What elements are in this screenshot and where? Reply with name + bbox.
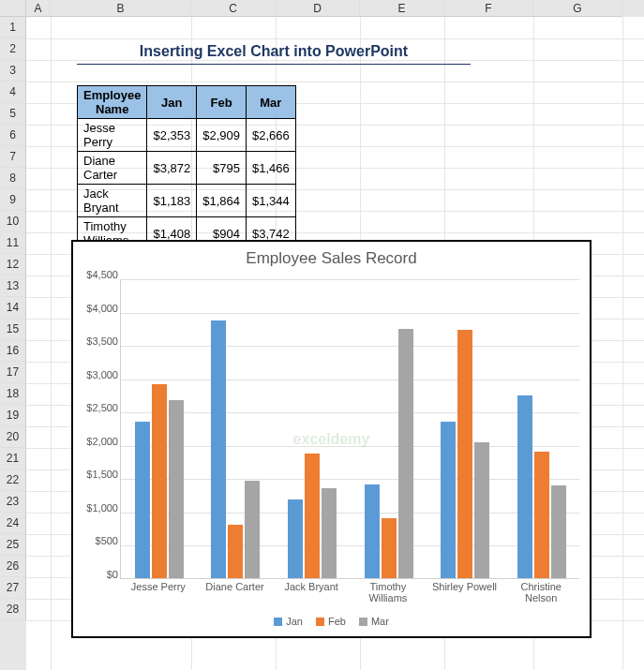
bar-jan[interactable] xyxy=(135,422,150,578)
chart-title: Employee Sales Record xyxy=(73,249,590,268)
row-header-27[interactable]: 27 xyxy=(0,577,26,599)
row-header-19[interactable]: 19 xyxy=(0,405,26,426)
y-tick-label: $4,500 xyxy=(79,269,118,280)
cell-jan[interactable]: $3,872 xyxy=(147,152,197,185)
bar-feb[interactable] xyxy=(534,452,549,578)
legend-item-mar[interactable]: Mar xyxy=(359,616,389,627)
row-header-1[interactable]: 1 xyxy=(0,17,26,38)
bar-jan[interactable] xyxy=(288,499,303,578)
row-header-26[interactable]: 26 xyxy=(0,556,26,577)
col-header-G[interactable]: G xyxy=(533,0,622,17)
bar-mar[interactable] xyxy=(398,329,413,578)
bar-feb[interactable] xyxy=(305,454,320,578)
title-underline xyxy=(77,64,471,65)
bar-mar[interactable] xyxy=(322,488,337,578)
grid-body[interactable]: Inserting Excel Chart into PowerPoint Em… xyxy=(26,17,644,670)
row-header-21[interactable]: 21 xyxy=(0,448,26,469)
col-header-E[interactable]: E xyxy=(360,0,444,17)
row-header-3[interactable]: 3 xyxy=(0,60,26,82)
cell-feb[interactable]: $2,909 xyxy=(197,119,247,152)
table-row[interactable]: Jesse Perry$2,353$2,909$2,666 xyxy=(78,119,296,152)
bar-jan[interactable] xyxy=(517,395,532,578)
y-tick-label: $1,500 xyxy=(79,469,118,480)
cell-jan[interactable]: $1,183 xyxy=(147,185,197,217)
row-header-8[interactable]: 8 xyxy=(0,168,26,189)
row-header-12[interactable]: 12 xyxy=(0,254,26,275)
cell-feb[interactable]: $1,864 xyxy=(197,185,247,217)
row-header-7[interactable]: 7 xyxy=(0,146,26,168)
table-row[interactable]: Diane Carter$3,872$795$1,466 xyxy=(78,152,296,185)
cell-name[interactable]: Diane Carter xyxy=(78,152,147,185)
spreadsheet: 1234567891011121314151617181920212223242… xyxy=(0,0,644,670)
legend-swatch xyxy=(274,618,282,626)
cell-name[interactable]: Jack Bryant xyxy=(78,185,147,217)
th-feb[interactable]: Feb xyxy=(197,86,247,119)
y-tick-label: $0 xyxy=(79,569,118,580)
row-header-13[interactable]: 13 xyxy=(0,275,26,297)
row-header-2[interactable]: 2 xyxy=(0,38,26,60)
select-all-corner[interactable] xyxy=(0,0,26,17)
bar-group xyxy=(427,330,504,578)
chart[interactable]: Employee Sales Record $0$500$1,000$1,500… xyxy=(71,240,592,638)
y-tick-label: $3,500 xyxy=(79,335,118,347)
col-header-B[interactable]: B xyxy=(51,0,191,17)
bar-jan[interactable] xyxy=(365,484,380,578)
cell-jan[interactable]: $2,353 xyxy=(147,119,197,152)
col-header-A[interactable]: A xyxy=(26,0,51,17)
row-header-4[interactable]: 4 xyxy=(0,82,26,103)
bar-feb[interactable] xyxy=(152,384,167,578)
cell-mar[interactable]: $1,344 xyxy=(246,185,295,217)
col-header-C[interactable]: C xyxy=(191,0,276,17)
x-axis-labels: Jesse PerryDiane CarterJack BryantTimoth… xyxy=(120,581,579,603)
col-header-D[interactable]: D xyxy=(276,0,360,17)
legend: JanFebMar xyxy=(73,616,590,627)
bar-mar[interactable] xyxy=(245,481,260,578)
row-header-5[interactable]: 5 xyxy=(0,103,26,125)
x-tick-label: Timothy Williams xyxy=(350,581,427,603)
th-mar[interactable]: Mar xyxy=(246,86,295,119)
col-header-F[interactable]: F xyxy=(444,0,533,17)
page-title: Inserting Excel Chart into PowerPoint xyxy=(77,43,471,60)
x-tick-label: Jesse Perry xyxy=(120,581,197,603)
bar-feb[interactable] xyxy=(228,525,243,578)
row-header-16[interactable]: 16 xyxy=(0,340,26,362)
legend-label: Mar xyxy=(371,616,389,627)
row-header-20[interactable]: 20 xyxy=(0,426,26,448)
cell-feb[interactable]: $795 xyxy=(197,152,247,185)
row-header-6[interactable]: 6 xyxy=(0,125,26,146)
legend-item-jan[interactable]: Jan xyxy=(274,616,303,627)
table-row[interactable]: Jack Bryant$1,183$1,864$1,344 xyxy=(78,185,296,217)
y-tick-label: $500 xyxy=(79,535,118,546)
row-header-24[interactable]: 24 xyxy=(0,513,26,534)
bar-feb[interactable] xyxy=(382,518,397,578)
row-header-9[interactable]: 9 xyxy=(0,189,26,211)
bar-mar[interactable] xyxy=(551,485,566,578)
row-header-28[interactable]: 28 xyxy=(0,599,26,620)
th-jan[interactable]: Jan xyxy=(147,86,197,119)
th-name[interactable]: Employee Name xyxy=(78,86,147,119)
bar-mar[interactable] xyxy=(474,442,489,578)
row-header-11[interactable]: 11 xyxy=(0,232,26,254)
bar-mar[interactable] xyxy=(169,400,184,578)
bar-group xyxy=(503,395,580,578)
bar-group xyxy=(121,384,198,578)
row-header-18[interactable]: 18 xyxy=(0,383,26,405)
row-header-17[interactable]: 17 xyxy=(0,362,26,383)
row-header-15[interactable]: 15 xyxy=(0,319,26,340)
bar-feb[interactable] xyxy=(457,330,472,578)
table-header-row: Employee Name Jan Feb Mar xyxy=(78,86,296,119)
legend-item-feb[interactable]: Feb xyxy=(316,616,346,627)
bar-jan[interactable] xyxy=(211,320,226,578)
cell-mar[interactable]: $1,466 xyxy=(246,152,295,185)
row-header-25[interactable]: 25 xyxy=(0,534,26,556)
cell-name[interactable]: Jesse Perry xyxy=(78,119,147,152)
row-header-22[interactable]: 22 xyxy=(0,469,26,491)
row-header-23[interactable]: 23 xyxy=(0,491,26,513)
bar-jan[interactable] xyxy=(441,422,456,578)
row-header-10[interactable]: 10 xyxy=(0,211,26,232)
x-tick-label: Shirley Powell xyxy=(427,581,503,603)
legend-label: Jan xyxy=(286,616,303,627)
y-tick-label: $2,500 xyxy=(79,402,118,413)
cell-mar[interactable]: $2,666 xyxy=(246,119,295,152)
row-header-14[interactable]: 14 xyxy=(0,297,26,319)
